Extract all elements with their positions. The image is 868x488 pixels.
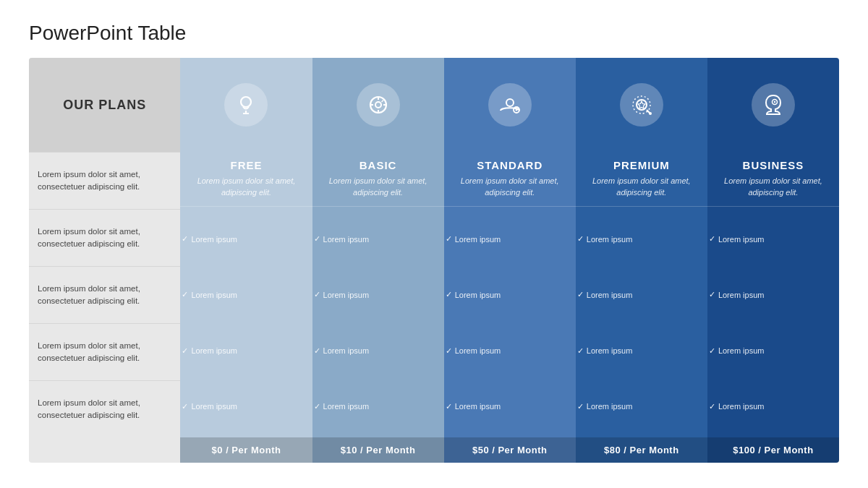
premium-feature-4: ✓Lorem ipsum (576, 399, 707, 414)
business-icon (752, 83, 795, 127)
free-icon (224, 83, 268, 127)
standard-header (444, 58, 576, 152)
svg-point-4 (375, 102, 381, 108)
free-features: ✓Lorem ipsum ✓Lorem ipsum ✓Lorem ipsum ✓… (180, 208, 312, 437)
plans-column: OUR PLANS Lorem ipsum dolor sit amet, co… (29, 58, 180, 463)
col-business: BUSINESS Lorem ipsum dolor sit amet, adi… (707, 58, 839, 463)
premium-feature-3: ✓Lorem ipsum (576, 343, 707, 359)
basic-icon (357, 83, 400, 127)
col-premium: PREMIUM Lorem ipsum dolor sit amet, adip… (576, 58, 707, 463)
standard-feature-1: ✓Lorem ipsum (444, 231, 576, 247)
col-basic: BASIC Lorem ipsum dolor sit amet, adipis… (312, 58, 444, 463)
standard-plan-desc: Lorem ipsum dolor sit amet, adipiscing e… (444, 174, 576, 205)
free-price: $0 / Per Month (180, 437, 312, 463)
free-plan-desc: Lorem ipsum dolor sit amet, adipiscing e… (180, 174, 312, 205)
business-feature-2: ✓Lorem ipsum (707, 287, 839, 302)
plans-body: Lorem ipsum dolor sit amet, consectetuer… (29, 152, 180, 437)
premium-feature-2: ✓Lorem ipsum (576, 287, 707, 302)
basic-feature-3: ✓Lorem ipsum (312, 343, 444, 359)
basic-feature-1: ✓Lorem ipsum (312, 231, 444, 247)
business-plan-desc: Lorem ipsum dolor sit amet, adipiscing e… (707, 174, 839, 205)
free-feature-3: ✓Lorem ipsum (180, 343, 312, 359)
free-feature-2: ✓Lorem ipsum (180, 287, 312, 302)
premium-icon (620, 83, 663, 127)
page: PowerPoint Table OUR PLANS Lorem ipsum d… (0, 0, 868, 488)
left-row-4: Lorem ipsum dolor sit amet, consectetuer… (29, 323, 180, 380)
standard-feature-4: ✓Lorem ipsum (444, 399, 576, 414)
standard-icon (488, 83, 532, 127)
business-features: ✓Lorem ipsum ✓Lorem ipsum ✓Lorem ipsum ✓… (707, 208, 839, 437)
free-header (180, 58, 312, 152)
business-feature-1: ✓Lorem ipsum (707, 231, 839, 247)
premium-price: $80 / Per Month (576, 437, 707, 463)
basic-feature-4: ✓Lorem ipsum (312, 399, 444, 414)
svg-point-9 (506, 99, 514, 106)
free-feature-4: ✓Lorem ipsum (180, 399, 312, 414)
premium-plan-desc: Lorem ipsum dolor sit amet, adipiscing e… (576, 174, 707, 205)
basic-header (312, 58, 444, 152)
left-row-3: Lorem ipsum dolor sit amet, consectetuer… (29, 266, 180, 323)
free-plan-name: FREE (180, 152, 312, 174)
free-feature-1: ✓Lorem ipsum (180, 231, 312, 247)
svg-point-11 (515, 109, 517, 111)
svg-point-15 (649, 112, 652, 115)
col-free: FREE Lorem ipsum dolor sit amet, adipisc… (180, 58, 312, 463)
basic-feature-2: ✓Lorem ipsum (312, 287, 444, 302)
standard-feature-2: ✓Lorem ipsum (444, 287, 576, 302)
basic-features: ✓Lorem ipsum ✓Lorem ipsum ✓Lorem ipsum ✓… (312, 208, 444, 437)
standard-features: ✓Lorem ipsum ✓Lorem ipsum ✓Lorem ipsum ✓… (444, 208, 576, 437)
standard-plan-name: STANDARD (444, 152, 576, 174)
business-header (707, 58, 839, 152)
plans-label: OUR PLANS (63, 98, 146, 113)
standard-feature-3: ✓Lorem ipsum (444, 343, 576, 359)
business-plan-name: BUSINESS (707, 152, 839, 174)
svg-point-0 (241, 97, 251, 107)
premium-features: ✓Lorem ipsum ✓Lorem ipsum ✓Lorem ipsum ✓… (576, 208, 707, 437)
svg-point-17 (774, 101, 775, 103)
left-row-5: Lorem ipsum dolor sit amet, consectetuer… (29, 380, 180, 437)
business-price: $100 / Per Month (707, 437, 839, 463)
basic-plan-desc: Lorem ipsum dolor sit amet, adipiscing e… (312, 174, 444, 205)
left-row-1: Lorem ipsum dolor sit amet, consectetuer… (29, 152, 180, 209)
pricing-table: OUR PLANS Lorem ipsum dolor sit amet, co… (29, 58, 839, 463)
business-feature-3: ✓Lorem ipsum (707, 343, 839, 359)
basic-price: $10 / Per Month (312, 437, 444, 463)
premium-feature-1: ✓Lorem ipsum (576, 231, 707, 247)
plans-header: OUR PLANS (29, 58, 180, 152)
col-standard: STANDARD Lorem ipsum dolor sit amet, adi… (444, 58, 576, 463)
business-feature-4: ✓Lorem ipsum (707, 399, 839, 414)
left-row-2: Lorem ipsum dolor sit amet, consectetuer… (29, 209, 180, 266)
page-title: PowerPoint Table (29, 22, 839, 45)
basic-plan-name: BASIC (312, 152, 444, 174)
standard-price: $50 / Per Month (444, 437, 576, 463)
premium-header (576, 58, 707, 152)
premium-plan-name: PREMIUM (576, 152, 707, 174)
